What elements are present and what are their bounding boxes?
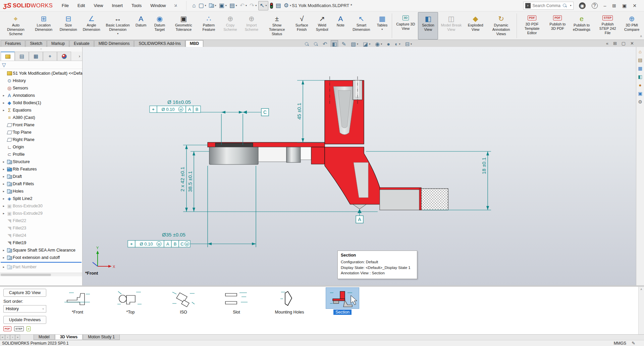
expand-arrow-icon[interactable]: ▸ (1, 94, 6, 97)
section-view-button[interactable]: ◧Section View (418, 12, 438, 40)
tab-sketch[interactable]: Sketch (25, 40, 47, 47)
tab-evaluate[interactable]: Evaluate (69, 40, 94, 47)
view-settings-dropdown-icon[interactable]: ▾ (411, 43, 412, 46)
tab-displaymanager[interactable] (57, 52, 71, 61)
datum-c-flag[interactable]: C (261, 109, 269, 116)
display-style-dropdown-icon[interactable]: ▾ (369, 43, 370, 46)
publish-3d-pdf-icon[interactable]: PDF (3, 326, 11, 331)
menu-tools[interactable]: Tools (127, 0, 146, 11)
panel-expand-icon[interactable]: › (79, 54, 80, 59)
bottom-tab-3d-views[interactable]: 3D Views (55, 335, 83, 340)
scroll-up-icon[interactable]: ˄ (639, 287, 644, 291)
mbd-settings-icon[interactable]: ⚙ (638, 99, 642, 105)
tab-featuremanager[interactable] (1, 52, 15, 61)
pattern-feature-button[interactable]: ∴Pattern Feature (198, 12, 220, 40)
tree-item-holes[interactable]: ▸Holes (0, 188, 82, 195)
fcf-dia16[interactable]: ⌖ Ø 0.10 M A B (150, 106, 201, 113)
pane-previous-icon[interactable]: « (606, 41, 608, 46)
menu-view[interactable]: View (89, 0, 107, 11)
save-dropdown-icon[interactable]: ▾ (225, 4, 227, 7)
restore-icon[interactable]: ▣ (622, 3, 627, 8)
tree-item-fillet22[interactable]: ◥Fillet22 (0, 217, 82, 224)
tables-button[interactable]: ▦Tables▾ (373, 12, 391, 40)
ribbon-collapse-icon[interactable]: ˄ (640, 34, 642, 38)
select-dropdown-icon[interactable]: ▾ (266, 4, 267, 7)
tree-item-fillet19[interactable]: ◥Fillet19 (0, 239, 82, 247)
undo-dropdown-icon[interactable]: ▾ (246, 4, 247, 7)
expand-arrow-icon[interactable]: ▸ (1, 265, 6, 269)
units-indicator[interactable]: MMGS (614, 341, 626, 346)
pin-icon[interactable]: ✈ (170, 0, 181, 11)
views-panel-scrollbar[interactable]: ˄ (638, 287, 644, 334)
expand-arrow-icon[interactable]: ▸ (1, 204, 6, 208)
solidworks-resources-icon[interactable]: ⌂ (639, 49, 641, 54)
expand-arrow-icon[interactable]: ▸ (1, 256, 6, 259)
bearing-boss[interactable] (209, 147, 258, 164)
surface-finish-button[interactable]: √Surface Finish (291, 12, 312, 40)
menu-window[interactable]: Window (146, 0, 170, 11)
view-thumbnail-top[interactable]: *Top (111, 287, 150, 315)
datum-button[interactable]: ADatum (132, 12, 150, 40)
tab-solidworks-add-ins[interactable]: SOLIDWORKS Add-Ins (134, 40, 185, 47)
view-thumbnail-section[interactable]: Section (323, 287, 362, 315)
arm-wall-section[interactable] (311, 147, 325, 164)
open-dropdown-icon[interactable]: ▾ (215, 4, 216, 7)
search-dropdown-icon[interactable]: ▾ (570, 4, 571, 7)
3d-pmi-compare-button[interactable]: ⊕3D PMI Compare (621, 12, 643, 40)
tab-nav-prev-icon[interactable]: ‹ (5, 335, 10, 340)
file-explorer-icon[interactable]: ▦ (638, 66, 642, 71)
hide-show-items-dropdown-icon[interactable]: ▾ (381, 43, 382, 46)
foot-hatched-block[interactable] (421, 189, 448, 210)
tab-mbd-dimensions[interactable]: MBD Dimensions (94, 40, 134, 47)
dim-18[interactable]: 18 ±0.1 (481, 157, 487, 174)
publish-edrawings-icon[interactable]: e (26, 326, 31, 331)
datum-a-flag[interactable]: A (356, 216, 363, 223)
expand-arrow-icon[interactable]: ▸ (1, 109, 6, 112)
3d-pdf-template-editor-button[interactable]: PDF3D PDF Template Editor (518, 12, 546, 40)
fcf-dia35[interactable]: ⌖ Ø 0.10 M A B C M (128, 240, 190, 247)
new-document-dropdown-icon[interactable]: ▾ (205, 4, 206, 7)
view-thumbnail-mounting-holes[interactable]: Mounting Holes (270, 287, 309, 315)
options-gear-button[interactable]: ⚙▾ (283, 1, 292, 10)
dim-dia16[interactable]: Ø 16±0.05 (167, 99, 191, 105)
expand-arrow-icon[interactable]: ▸ (1, 197, 6, 200)
expand-arrow-icon[interactable]: ▸ (1, 167, 6, 171)
dim-42[interactable]: 2 x 42 ±0.1 (179, 167, 185, 192)
menu-file[interactable]: File (57, 0, 73, 11)
rollback-bar[interactable] (1, 262, 82, 263)
basic-location-dimension-button[interactable]: ↔Basic Location Dimension▾ (103, 12, 132, 40)
tree-item-square-shaft-sea-arm-clearance[interactable]: ▸Square Shaft SEA Arm Clearance (0, 247, 82, 254)
publish-step-242-file-button[interactable]: STEPPublish STEP 242 File (594, 12, 621, 40)
tab-mbd[interactable]: MBD (185, 40, 203, 47)
tree-item-draft[interactable]: ▸Draft (0, 173, 82, 180)
redo-button[interactable]: ↷▾ (249, 1, 258, 10)
body-section[interactable] (325, 147, 380, 204)
pane-split-icon[interactable]: ⊞ (613, 41, 617, 46)
search-icon[interactable] (562, 3, 567, 8)
panel-splitter-handle[interactable]: ○ (0, 47, 82, 52)
tree-item-annotations[interactable]: ▸AAnnotations (0, 92, 82, 99)
help-icon[interactable]: ? (592, 3, 598, 9)
weld-symbol-button[interactable]: ↗Weld Symbol (312, 12, 332, 40)
print-button[interactable]: ▤▾ (228, 1, 238, 10)
tree-item-equations[interactable]: ▸ΣEquations (0, 107, 82, 114)
exploded-view-button[interactable]: ◆Exploded View (464, 12, 487, 40)
resize-panes-icon[interactable]: ⊞ (612, 3, 616, 8)
file-properties-button[interactable]: ▤ (275, 1, 282, 10)
publish-step-icon[interactable]: STEP (14, 326, 24, 331)
bearing-race[interactable] (215, 143, 253, 147)
tree-item-right-plane[interactable]: Right Plane (0, 136, 82, 143)
tab-markup[interactable]: Markup (47, 40, 69, 47)
redo-dropdown-icon[interactable]: ▾ (255, 4, 257, 7)
bottom-tab-model[interactable]: Model (34, 335, 55, 340)
custom-properties-icon[interactable]: ▣ (638, 91, 642, 96)
tree-item-sensors[interactable]: ◎Sensors (0, 84, 82, 92)
view-thumbnail-iso[interactable]: ISO (164, 287, 203, 315)
tree-item-fillet23[interactable]: ◥Fillet23 (0, 224, 82, 232)
show-tolerance-status-button[interactable]: ±Show Tolerance Status (263, 12, 291, 40)
expand-arrow-icon[interactable]: ▸ (1, 190, 6, 193)
tree-item-origin[interactable]: ∟Origin (0, 143, 82, 151)
home-button[interactable]: ⌂ (191, 1, 197, 10)
publish-to-edrawings-button[interactable]: ePublish to eDrawings (569, 12, 594, 40)
tables-dropdown-icon[interactable]: ▾ (381, 28, 383, 31)
